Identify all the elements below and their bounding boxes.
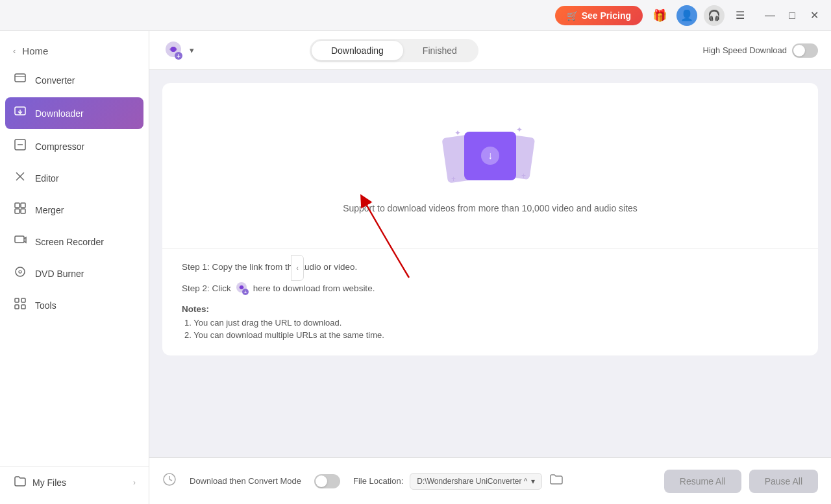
sidebar-collapse-button[interactable]: ‹ [291,255,304,281]
downloader-label: Downloader [35,108,84,119]
instructions: Step 1: Copy the link from the audio or … [162,249,818,355]
download-arrow-icon: ↓ [481,147,499,165]
svg-text:+: + [244,290,247,294]
clock-icon [162,472,177,490]
close-button[interactable]: ✕ [805,6,823,25]
svg-point-13 [16,267,25,276]
file-path-text: D:\Wondershare UniConverter ^ [417,477,527,486]
svg-text:+: + [177,53,180,60]
my-files-label: My Files [32,477,66,488]
folder-illustration: ↓ ✦ ✦ + + [451,125,529,190]
pause-all-button[interactable]: Pause All [749,470,818,493]
sidebar-item-compressor[interactable]: Compressor [0,130,149,162]
merger-icon [13,202,27,218]
see-pricing-button[interactable]: 🛒 See Pricing [555,6,643,25]
maximize-button[interactable]: □ [783,6,801,25]
step1-line: Step 1: Copy the link from the audio or … [182,262,799,272]
svg-point-14 [19,270,21,273]
toggle-knob [793,45,805,56]
sidebar-item-tools[interactable]: Tools [0,289,149,321]
sparkle-3: + [451,174,456,184]
open-folder-button[interactable] [549,472,563,490]
notes-title: Notes: [182,304,799,314]
support-text: Support to download videos from more tha… [343,203,638,213]
sidebar-item-dvd-burner[interactable]: DVD Burner [0,258,149,289]
see-pricing-label: See Pricing [582,10,631,21]
svg-line-29 [169,479,172,481]
file-path-chevron-icon: ▾ [531,477,535,486]
step2-suffix: here to download from website. [253,283,375,293]
content-area: ↓ ✦ ✦ + + Support to download videos fro… [149,70,831,457]
svg-rect-16 [21,298,25,302]
bottom-bar: Download then Convert Mode File Location… [149,457,831,504]
file-path-dropdown[interactable]: D:\Wondershare UniConverter ^ ▾ [410,473,542,490]
resume-all-button[interactable]: Resume All [664,470,741,493]
sidebar-item-editor[interactable]: Editor [0,162,149,194]
sidebar-item-converter[interactable]: Converter [0,64,149,96]
convert-mode-toggle[interactable] [314,474,340,488]
gift-icon[interactable]: 🎁 [649,5,670,26]
download-zone: ↓ ✦ ✦ + + Support to download videos fro… [162,83,818,355]
folder-main: ↓ [464,132,516,180]
dvd-burner-label: DVD Burner [35,269,84,279]
tools-label: Tools [35,300,56,311]
svg-point-20 [171,47,176,52]
tools-icon [13,297,27,313]
high-speed-toggle[interactable] [792,43,818,58]
main-content: + ▾ Downloading Finished High Speed Down… [149,31,831,504]
svg-rect-12 [15,236,24,243]
high-speed-section: High Speed Download [703,43,818,58]
my-files-chevron-icon: › [133,478,136,487]
step1-text: Step 1: Copy the link from the audio or … [182,262,357,272]
svg-rect-9 [21,203,25,208]
editor-icon [13,170,27,186]
home-label: Home [22,45,48,56]
user-icon[interactable]: 👤 [676,5,697,26]
back-chevron-icon: ‹ [13,46,16,56]
sparkle-4: + [521,171,526,180]
compressor-icon [13,138,27,154]
minimize-button[interactable]: — [761,6,779,25]
file-location-label: File Location: [353,476,403,486]
svg-rect-8 [15,203,19,208]
dvd-burner-icon [13,265,27,282]
downloader-nav-icon [13,105,27,121]
sidebar-item-screen-recorder[interactable]: Screen Recorder [0,226,149,258]
sidebar-item-merger[interactable]: Merger [0,194,149,226]
sidebar-home[interactable]: ‹ Home [0,38,149,64]
svg-rect-18 [21,305,25,309]
sidebar-item-my-files[interactable]: My Files › [0,466,149,498]
tab-toggle: Downloading Finished [310,39,478,62]
note1: 1. You can just drag the URL to download… [182,318,799,328]
add-url-button[interactable]: + [162,38,187,63]
step2-downloader-icon: + [235,281,249,295]
high-speed-label: High Speed Download [703,45,787,55]
converter-icon [13,72,27,88]
screen-recorder-label: Screen Recorder [35,237,104,247]
top-toolbar: + ▾ Downloading Finished High Speed Down… [149,31,831,70]
tab-finished[interactable]: Finished [403,41,477,60]
sidebar: ‹ Home Converter [0,31,149,504]
sparkle-1: ✦ [454,128,461,138]
cart-icon: 🛒 [567,10,578,21]
svg-rect-10 [15,209,19,213]
headset-icon[interactable]: 🎧 [704,5,725,26]
merger-label: Merger [35,205,64,215]
my-files-icon [13,475,26,490]
step2-line: Step 2: Click + here to download from we… [182,281,799,295]
svg-rect-15 [15,298,19,302]
screen-recorder-icon [13,234,27,250]
illustration-area: ↓ ✦ ✦ + + Support to download videos fro… [162,83,818,248]
menu-button[interactable]: ☰ [731,6,749,25]
converter-label: Converter [35,75,75,86]
sidebar-item-downloader[interactable]: Downloader [5,97,143,129]
convert-toggle-knob [316,475,327,487]
action-buttons: Resume All Pause All [664,470,818,493]
dropdown-chevron-icon[interactable]: ▾ [190,45,194,55]
tab-downloading[interactable]: Downloading [312,41,403,60]
title-bar: 🛒 See Pricing 🎁 👤 🎧 ☰ — □ ✕ [0,0,831,31]
sidebar-nav: Converter Downloader [0,64,149,466]
step2-prefix: Step 2: Click [182,283,231,293]
convert-mode-label: Download then Convert Mode [190,476,301,486]
sparkle-2: ✦ [516,125,523,134]
